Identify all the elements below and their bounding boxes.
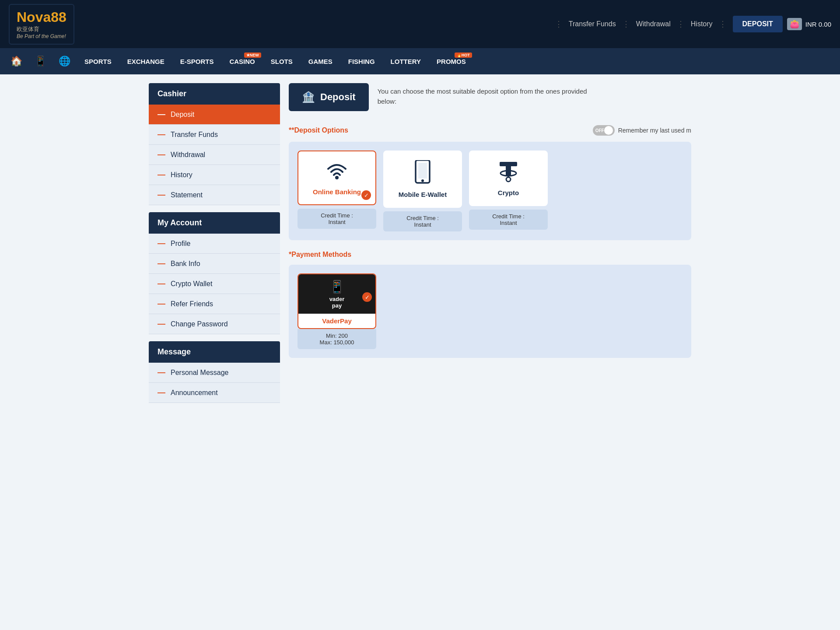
nav-sports-label: SPORTS xyxy=(84,58,112,65)
vaderpay-info: Min: 200 Max: 150,000 xyxy=(298,329,376,349)
dash-icon: — xyxy=(158,150,165,159)
home-icon[interactable]: 🏠 xyxy=(4,52,28,70)
nav-esports-label: E-SPORTS xyxy=(180,58,214,65)
sidebar-item-bank-info[interactable]: — Bank Info xyxy=(149,254,280,274)
remember-toggle[interactable]: OFF xyxy=(593,125,615,136)
vaderpay-logo-icon: 📱 xyxy=(329,280,345,294)
nav-slots[interactable]: SLOTS xyxy=(263,54,301,69)
sidebar-bankinfo-label: Bank Info xyxy=(171,260,200,268)
crypto-credit: Credit Time :Instant xyxy=(469,210,548,230)
dash-icon: — xyxy=(158,130,165,139)
sidebar-statement-label: Statement xyxy=(171,191,203,199)
payment-methods-grid: 📱 vaderpay ✓ VaderPay Min: 200 Max: 150,… xyxy=(298,273,682,349)
vaderpay-logo-text: vaderpay xyxy=(329,296,345,309)
sidebar-item-deposit[interactable]: — Deposit xyxy=(149,105,280,125)
svg-point-0 xyxy=(335,176,339,179)
nav-fishing-label: FISHING xyxy=(348,58,375,65)
nav-bar: 🏠 📱 🌐 SPORTS EXCHANGE E-SPORTS ★NEW CASI… xyxy=(0,48,840,74)
nav-casino-label: CASINO xyxy=(229,58,255,65)
vaderpay-name: VaderPay xyxy=(298,314,375,328)
transfer-funds-link[interactable]: Transfer Funds xyxy=(569,20,616,28)
payment-vaderpay[interactable]: 📱 vaderpay ✓ VaderPay xyxy=(298,273,376,329)
history-link[interactable]: History xyxy=(691,20,713,28)
dash-icon: — xyxy=(158,299,165,308)
sidebar-item-withdrawal[interactable]: — Withdrawal xyxy=(149,145,280,165)
online-banking-label: Online Banking xyxy=(313,188,361,196)
sidebar-item-profile[interactable]: — Profile xyxy=(149,234,280,254)
main-content: Cashier — Deposit — Transfer Funds — Wit… xyxy=(140,74,700,412)
mobile-icon[interactable]: 📱 xyxy=(28,52,52,70)
sidebar: Cashier — Deposit — Transfer Funds — Wit… xyxy=(149,83,280,403)
cashier-header: Cashier xyxy=(149,83,280,105)
deposit-button[interactable]: DEPOSIT xyxy=(733,16,783,32)
dash-icon: — xyxy=(158,388,165,397)
sidebar-refer-label: Refer Friends xyxy=(171,300,213,308)
nav-exchange[interactable]: EXCHANGE xyxy=(119,54,172,69)
option-mobile-ewallet[interactable]: Mobile E-Wallet xyxy=(383,150,462,208)
dash-icon: — xyxy=(158,239,165,248)
option-online-banking[interactable]: Online Banking ✓ xyxy=(298,150,376,205)
withdrawal-link[interactable]: Withdrawal xyxy=(636,20,671,28)
nav-esports[interactable]: E-SPORTS xyxy=(172,54,222,69)
vaderpay-check: ✓ xyxy=(362,292,372,302)
dash-icon: — xyxy=(158,170,165,179)
options-row: **Deposit Options OFF Remember my last u… xyxy=(289,125,691,136)
svg-rect-4 xyxy=(500,162,517,166)
exchange-icon[interactable]: 🌐 xyxy=(52,52,77,70)
sidebar-item-personal-message[interactable]: — Personal Message xyxy=(149,363,280,383)
sidebar-deposit-label: Deposit xyxy=(171,111,194,119)
sidebar-item-transfer-funds[interactable]: — Transfer Funds xyxy=(149,125,280,145)
tether-icon xyxy=(497,160,520,185)
balance-amount: INR 0.00 xyxy=(805,21,831,28)
dash-icon: — xyxy=(158,279,165,288)
sep3: ⋮ xyxy=(677,19,685,29)
sidebar-item-crypto-wallet[interactable]: — Crypto Wallet xyxy=(149,274,280,294)
deposit-header-icon: 🏦 xyxy=(302,91,315,103)
vaderpay-max: Max: 150,000 xyxy=(304,339,370,346)
sidebar-transfer-label: Transfer Funds xyxy=(171,131,218,139)
sidebar-withdrawal-label: Withdrawal xyxy=(171,151,205,159)
nav-promos-label: PROMOS xyxy=(437,58,466,65)
option-crypto[interactable]: Crypto xyxy=(469,150,548,206)
dash-icon: — xyxy=(158,190,165,200)
toggle-knob xyxy=(604,126,613,135)
dash-icon: — xyxy=(158,110,165,119)
sidebar-profile-label: Profile xyxy=(171,240,190,248)
nav-lottery[interactable]: LOTTERY xyxy=(383,54,429,69)
account-header: My Account xyxy=(149,212,280,234)
nav-casino[interactable]: ★NEW CASINO xyxy=(221,54,262,69)
nav-lottery-label: LOTTERY xyxy=(391,58,421,65)
crypto-label: Crypto xyxy=(498,189,519,196)
hot-badge: 🔥HOT xyxy=(455,52,472,58)
sidebar-personal-msg-label: Personal Message xyxy=(171,369,229,377)
svg-rect-2 xyxy=(418,163,427,178)
sep1: ⋮ xyxy=(555,19,563,29)
payment-methods-title: *Payment Methods xyxy=(289,251,691,259)
online-banking-credit: Credit Time :Instant xyxy=(298,209,376,229)
sidebar-item-refer-friends[interactable]: — Refer Friends xyxy=(149,294,280,314)
nav-promos[interactable]: 🔥HOT PROMOS xyxy=(429,54,474,69)
vaderpay-min: Min: 200 xyxy=(304,332,370,339)
sidebar-item-statement[interactable]: — Statement xyxy=(149,185,280,205)
online-banking-check: ✓ xyxy=(361,190,371,200)
nav-sports[interactable]: SPORTS xyxy=(77,54,119,69)
brand-tagline: Be Part of the Game! xyxy=(17,33,66,39)
sidebar-item-announcement[interactable]: — Announcement xyxy=(149,383,280,403)
brand-name: Nova88 xyxy=(17,9,66,25)
nav-fishing[interactable]: FISHING xyxy=(340,54,383,69)
nav-exchange-label: EXCHANGE xyxy=(127,58,164,65)
toggle-row: OFF Remember my last used m xyxy=(593,125,691,136)
options-title-text: *Deposit Options xyxy=(291,126,348,134)
deposit-title: Deposit xyxy=(320,91,356,103)
payment-methods-box: 📱 vaderpay ✓ VaderPay Min: 200 Max: 150,… xyxy=(289,265,691,358)
nav-games[interactable]: GAMES xyxy=(301,54,340,69)
mobile-ewallet-credit: Credit Time :Instant xyxy=(383,211,462,231)
deposit-description: You can choose the most suitable deposit… xyxy=(378,83,596,106)
sidebar-item-change-password[interactable]: — Change Password xyxy=(149,314,280,334)
nav-slots-label: SLOTS xyxy=(271,58,293,65)
brand-name-part2: 88 xyxy=(51,9,66,25)
remember-label: Remember my last used m xyxy=(618,127,691,134)
deposit-header-box: 🏦 Deposit xyxy=(289,83,369,111)
brand-name-part1: Nova xyxy=(17,9,51,25)
sidebar-item-history[interactable]: — History xyxy=(149,165,280,185)
